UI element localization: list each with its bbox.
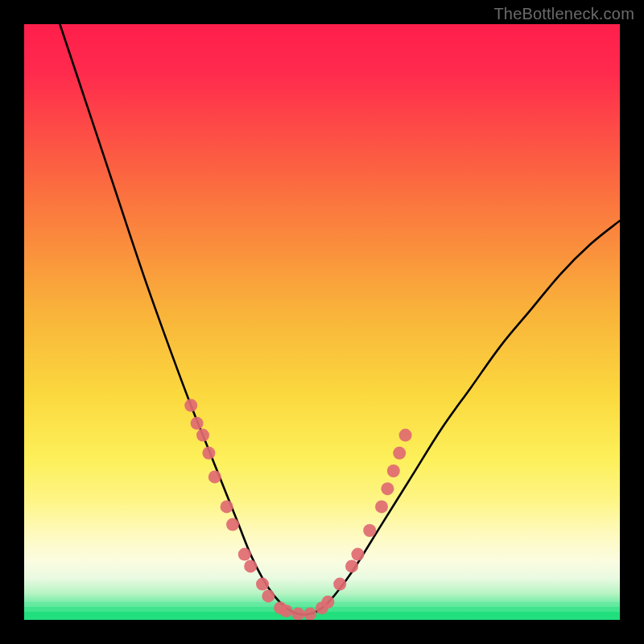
chart-stage: TheBottleneck.com bbox=[0, 0, 644, 644]
marker-dot bbox=[256, 578, 269, 591]
marker-dot bbox=[191, 417, 204, 430]
marker-dot bbox=[196, 429, 209, 442]
marker-dot bbox=[303, 608, 316, 620]
marker-dot bbox=[238, 548, 251, 561]
bottleneck-curve bbox=[60, 24, 620, 615]
marker-dot bbox=[399, 429, 412, 442]
marker-dot bbox=[333, 578, 346, 591]
marker-dot bbox=[321, 596, 334, 609]
marker-dot bbox=[351, 548, 364, 561]
marker-dot bbox=[363, 524, 376, 537]
marker-dot bbox=[244, 559, 257, 572]
marker-dot bbox=[345, 559, 358, 572]
highlight-markers bbox=[184, 399, 411, 620]
marker-dot bbox=[375, 500, 388, 513]
marker-dot bbox=[291, 608, 304, 620]
plot-area bbox=[24, 24, 620, 620]
marker-dot bbox=[280, 605, 293, 617]
marker-dot bbox=[226, 518, 239, 531]
marker-dot bbox=[202, 447, 215, 460]
bottleneck-curve-path bbox=[60, 24, 620, 615]
curve-layer bbox=[24, 24, 620, 620]
marker-dot bbox=[262, 589, 275, 602]
watermark-text: TheBottleneck.com bbox=[493, 5, 634, 23]
marker-dot bbox=[393, 447, 406, 460]
marker-dot bbox=[184, 399, 197, 412]
marker-dot bbox=[381, 482, 394, 495]
marker-dot bbox=[387, 464, 400, 477]
marker-dot bbox=[208, 470, 221, 483]
marker-dot bbox=[221, 500, 233, 513]
